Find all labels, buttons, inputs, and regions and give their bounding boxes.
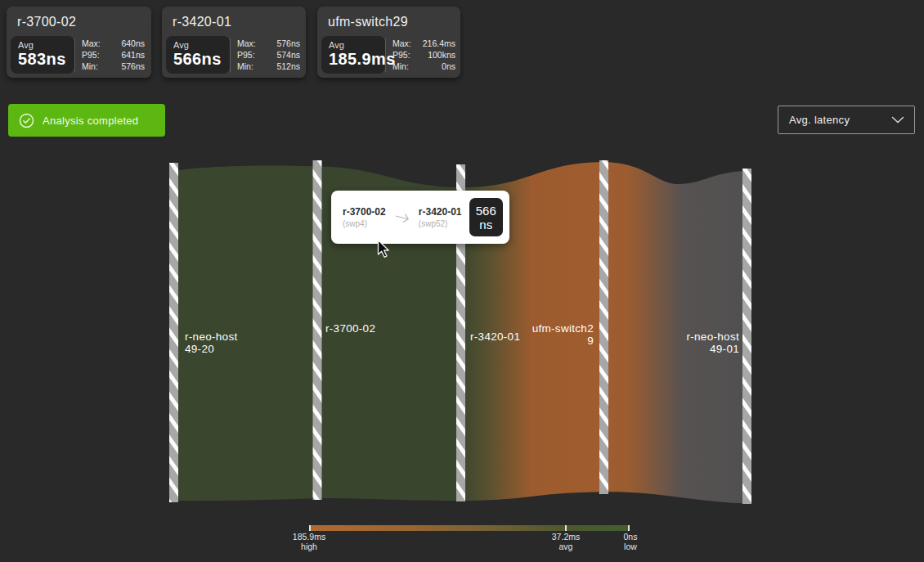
scale-tick-low bbox=[628, 525, 630, 531]
scale-value: 185.9ms bbox=[283, 533, 335, 542]
source-name: r-3700-02 bbox=[343, 206, 386, 218]
scale-desc: avg bbox=[540, 542, 592, 551]
target-port: (swp52) bbox=[419, 219, 462, 228]
flow-node-bar-ufm-switch29[interactable] bbox=[599, 160, 608, 494]
node-label-r-neo-host-49-20: r-neo-host 49-20 bbox=[185, 330, 238, 355]
scale-label-high: 185.9ms high bbox=[283, 533, 335, 551]
mouse-cursor-icon bbox=[376, 239, 392, 259]
latency-value-badge: 566 ns bbox=[469, 198, 503, 236]
flow-node-bar-r-3700-02[interactable] bbox=[313, 160, 322, 500]
arrow-right-icon bbox=[393, 210, 411, 225]
node-label-ufm-switch29: ufm-switch29 bbox=[530, 322, 594, 347]
latency-flow-diagram bbox=[0, 0, 924, 562]
latency-color-scale bbox=[309, 525, 630, 531]
scale-tick-avg bbox=[565, 525, 567, 531]
node-label-r-3420-01: r-3420-01 bbox=[470, 330, 520, 343]
scale-tick-high bbox=[309, 525, 311, 531]
latency-value: 566 bbox=[476, 204, 496, 218]
flow-node-bar-r-neo-host-49-01[interactable] bbox=[742, 169, 751, 504]
tooltip-target: r-3420-01 (swp52) bbox=[419, 206, 462, 228]
node-label-r-3700-02: r-3700-02 bbox=[325, 322, 375, 335]
link-latency-tooltip: r-3700-02 (swp4) r-3420-01 (swp52) 566 n… bbox=[331, 191, 509, 244]
latency-unit: ns bbox=[479, 218, 492, 232]
scale-desc: low bbox=[604, 542, 657, 551]
target-name: r-3420-01 bbox=[419, 206, 462, 218]
scale-label-avg: 37.2ms avg bbox=[540, 533, 592, 551]
tooltip-source: r-3700-02 (swp4) bbox=[343, 206, 386, 228]
scale-desc: high bbox=[283, 542, 335, 551]
scale-value: 0ns bbox=[604, 533, 657, 542]
source-port: (swp4) bbox=[343, 219, 386, 228]
flow-node-bar-r-neo-host-49-20[interactable] bbox=[169, 163, 178, 502]
scale-label-low: 0ns low bbox=[604, 533, 657, 551]
node-label-r-neo-host-49-01: r-neo-host 49-01 bbox=[666, 330, 739, 355]
latency-analysis-page: r-3700-02 Avg 583ns Max: 640ns P95: 641n… bbox=[0, 0, 924, 562]
scale-value: 37.2ms bbox=[540, 533, 592, 542]
